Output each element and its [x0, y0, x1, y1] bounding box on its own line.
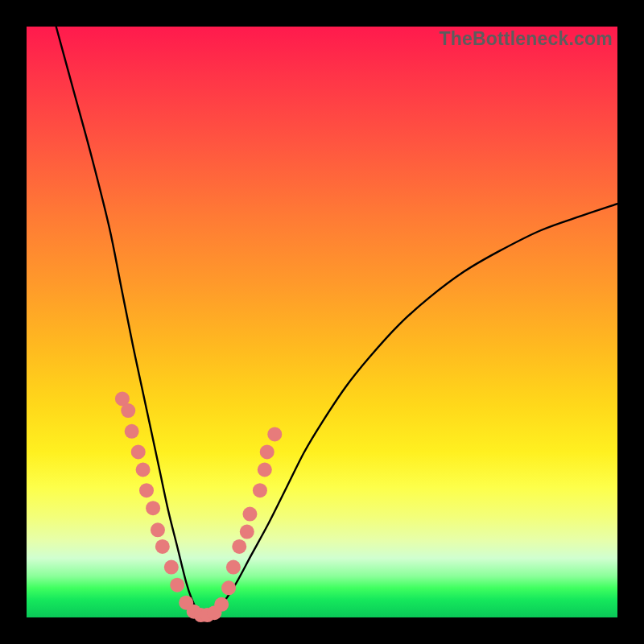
- left-marker-group: [115, 391, 215, 622]
- data-point: [131, 444, 146, 459]
- data-point: [121, 403, 135, 418]
- data-point: [242, 507, 257, 522]
- data-point: [240, 525, 254, 539]
- data-point: [155, 539, 170, 554]
- bottleneck-curve: [56, 27, 617, 617]
- plot-area: TheBottleneck.com: [27, 27, 617, 617]
- data-point: [214, 597, 229, 612]
- data-point: [164, 560, 179, 575]
- data-point: [267, 427, 282, 441]
- data-point: [136, 463, 151, 477]
- data-point: [146, 501, 160, 515]
- data-point: [151, 522, 165, 537]
- data-point: [253, 483, 267, 497]
- data-point: [232, 539, 246, 554]
- data-point: [226, 560, 241, 575]
- right-marker-group: [207, 427, 282, 620]
- data-point: [125, 424, 139, 439]
- data-point: [221, 580, 236, 595]
- data-point: [170, 578, 184, 592]
- data-point: [258, 463, 272, 477]
- chart-svg: [27, 27, 617, 617]
- data-point: [139, 483, 154, 497]
- chart-frame: TheBottleneck.com: [0, 0, 644, 644]
- data-point: [260, 444, 275, 459]
